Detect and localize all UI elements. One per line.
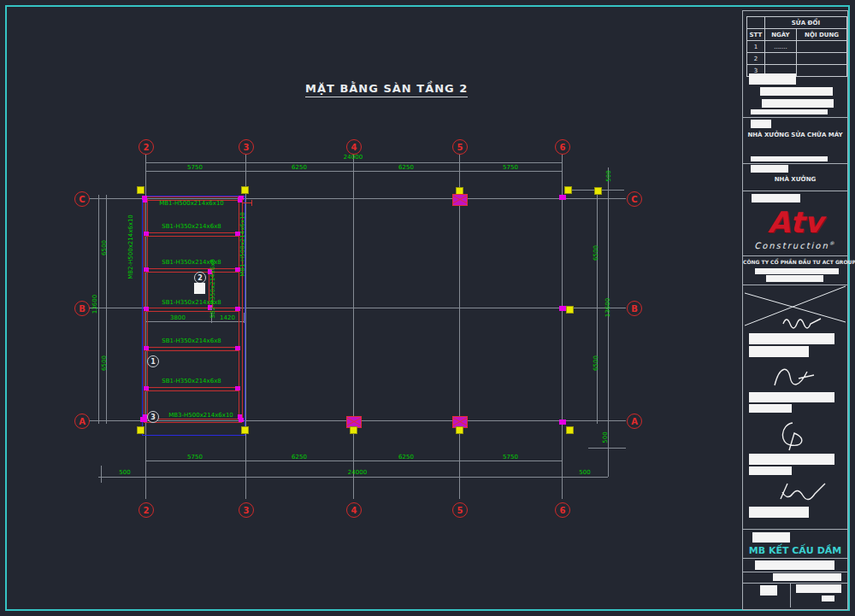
project-name: NHÀ XƯỞNG SỬA CHỮA MÁY [743,132,847,138]
grid-bubble-c-left: C [74,191,90,207]
logo-reg-mark: ® [829,240,836,246]
redacted-bar [749,333,834,344]
beam-label-mb1-right: MB1-H500x214x6x10 [239,197,246,291]
grid-bubble-b-right: B [627,301,642,316]
marker-col2-a [140,417,147,422]
revision-row1-date: ....... [764,41,796,53]
beam-sb1-1 [145,232,239,237]
extline-left-offset [101,466,102,483]
dimline-bottom-total [98,477,608,478]
divider [743,583,847,584]
sheet-name: MB KẾT CẤU DẦM [743,545,847,556]
dim-top-total: 24000 [327,154,379,161]
grid-bubble-5-top: 5 [452,139,468,155]
revision-header-stt: STT [747,29,765,41]
dim-bottom-seg2: 6250 [278,454,321,461]
company-logo: Atv [743,208,847,237]
dimline-right-segments [597,195,598,424]
company-name: CÔNG TY CỔ PHẦN ĐẦU TƯ ACT GROUP [743,259,847,265]
marker-col4-a-cap [350,426,357,434]
divider [743,558,847,559]
redacted-bar [749,507,809,518]
red-tick-end1 [242,200,243,206]
revision-row1-content [797,41,847,53]
marker-col5-a-cap [456,426,463,434]
dimline-left-segments [106,195,107,424]
redacted-bar [751,156,828,161]
signature-3 [777,419,813,452]
dimline-bottom-segments [145,461,562,461]
marker-col6-a-cap [566,426,574,434]
beam-label-sb1-5: SB1-H350x214x6x8 [144,378,239,384]
beam-label-sb1-4: SB1-H350x214x6x8 [144,337,239,344]
gridline-col-4 [353,155,354,499]
dim-right-total: 13600 [604,290,611,325]
signature-2 [771,363,818,390]
dim-top-seg1: 5750 [174,164,216,171]
redacted-bar [749,346,809,357]
signature-1 [781,312,824,329]
dim-right-seg2: 6500 [593,346,599,380]
revision-row2-content [797,53,847,65]
redacted-bar [751,120,771,128]
title-block: SỬA ĐỔI STT NGÀY NỘI DUNG 1 ....... 2 3 [742,10,848,610]
redacted-bar [749,404,792,413]
redacted-bar [773,573,841,581]
detail-marker-2: 2 [194,272,206,284]
beam-label-sb1-2: SB1-H350x214x6x8 [144,259,239,266]
revision-title: SỬA ĐỔI [764,17,846,29]
beam-sb1-4 [145,347,239,351]
divider [743,163,847,164]
divider [743,255,847,256]
redacted-bar [796,584,841,593]
dim-top-seg2: 6250 [278,164,321,171]
grid-bubble-2-top: 2 [139,139,154,155]
grid-bubble-5-bottom: 5 [452,502,468,518]
dim-bottom-seg3: 6250 [385,454,428,461]
redacted-bar [760,585,777,595]
redacted-bar [751,165,788,173]
grid-bubble-a-right: A [627,414,642,429]
divider [743,529,847,530]
redacted-bar [749,392,834,402]
redacted-bar [766,275,823,282]
redacted-bar [762,99,834,108]
dimline-left-total [98,195,99,424]
redacted-bar [751,109,828,114]
grid-bubble-c-right: C [627,191,642,207]
grid-bubble-2-bottom: 2 [139,502,154,518]
beam-sb1-2 [145,268,239,273]
redacted-bar [752,194,800,202]
marker-col3-a-cap [241,426,249,434]
grid-bubble-3-top: 3 [239,139,254,155]
grid-bubble-3-bottom: 3 [239,502,254,518]
beam-label-mb2: MB2-H500x214x6x10 [127,200,134,294]
dimline-top-segments [145,171,562,172]
grid-bubble-4-top: 4 [346,139,362,155]
page-title: MẶT BẰNG SÀN TẦNG 2 [305,82,468,97]
beam-sb1-3 [145,308,239,312]
column-col5-c [452,194,468,206]
dim-bottom-seg1: 5750 [174,454,216,461]
dim-top-seg3: 6250 [385,164,428,171]
marker-col2-c [137,186,144,194]
beam-label-sb1-1: SB1-H350x214x6x8 [144,223,239,230]
revision-row1-no: 1 [747,41,765,53]
beam-label-sb2: SB2-H350x214x6x8 [209,250,216,327]
revision-row2-no: 2 [747,53,765,65]
redacted-bar [755,268,839,274]
cad-canvas: MẶT BẰNG SÀN TẦNG 2 24000 5750 6250 6250… [0,0,855,616]
company-logo-subtext: Construction® [743,240,847,250]
marker-col6-c-cap [564,186,572,194]
grid-bubble-6-bottom: 6 [555,502,570,518]
divider [743,191,847,191]
marker-col2-a-cap [137,426,144,434]
gridline-col-6 [562,155,563,499]
redacted-bar [755,560,834,570]
dim-offset-bottom-right: 500 [568,469,602,476]
detail-marker-3: 3 [147,411,159,423]
divider-vertical [790,583,791,607]
dim-left-total: 13600 [91,287,98,321]
marker-col6-b [559,306,566,311]
revision-row3-content [797,65,847,77]
